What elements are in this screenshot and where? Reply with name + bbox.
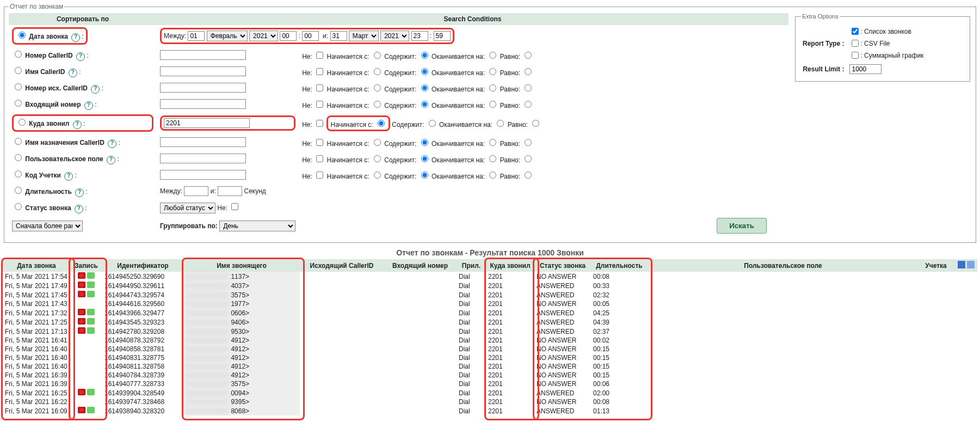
help-icon[interactable]: ? xyxy=(71,33,80,42)
input-outCallerId[interactable] xyxy=(160,83,246,93)
ne-outCallerId[interactable] xyxy=(316,84,323,91)
chk-summary[interactable] xyxy=(852,52,859,59)
input-dst[interactable] xyxy=(164,118,250,128)
to-month[interactable]: Март xyxy=(349,30,379,41)
chk-csv[interactable] xyxy=(852,40,859,47)
ends-acct[interactable] xyxy=(489,172,496,179)
ne-acct[interactable] xyxy=(316,172,323,179)
starts-inNum[interactable] xyxy=(374,101,381,108)
th-callername[interactable]: Имя звонящего xyxy=(183,259,300,272)
order-select[interactable]: Сначала более ранние xyxy=(12,221,83,231)
starts-dstName[interactable] xyxy=(374,139,381,146)
contains-outCallerId[interactable] xyxy=(421,84,428,91)
th-date[interactable]: Дата звонка xyxy=(3,259,70,272)
download-icon[interactable] xyxy=(87,318,95,325)
input-callerIdName[interactable] xyxy=(160,66,246,76)
help-icon[interactable]: ? xyxy=(75,205,83,213)
radio-callerIdName[interactable] xyxy=(15,67,22,74)
dur-from[interactable] xyxy=(184,186,208,196)
from-day[interactable] xyxy=(188,31,205,41)
refresh-icon[interactable] xyxy=(958,261,965,268)
equals-callerIdName[interactable] xyxy=(525,68,532,75)
chk-callslist[interactable] xyxy=(852,28,859,35)
radio-dst[interactable] xyxy=(19,119,26,126)
download-icon[interactable] xyxy=(87,327,95,334)
ends-callerIdName[interactable] xyxy=(489,68,496,75)
th-id[interactable]: Идентификатор xyxy=(102,259,183,272)
input-acct[interactable] xyxy=(160,170,246,180)
starts-acct[interactable] xyxy=(374,172,381,179)
input-userField[interactable] xyxy=(160,154,246,163)
help-icon[interactable]: ? xyxy=(84,101,93,110)
to-year[interactable]: 2021 xyxy=(380,30,409,41)
contains-dstName[interactable] xyxy=(421,139,428,146)
ne-userField[interactable] xyxy=(316,155,323,162)
search-button[interactable]: Искать xyxy=(717,218,767,234)
ne-dstName[interactable] xyxy=(316,139,323,146)
play-icon[interactable] xyxy=(78,309,85,315)
download-icon[interactable] xyxy=(87,272,95,279)
ne-dst[interactable] xyxy=(316,120,323,127)
ne-inNum[interactable] xyxy=(316,101,323,108)
radio-date[interactable] xyxy=(19,32,26,39)
th-status[interactable]: Статус звонка xyxy=(534,259,591,272)
contains-acct[interactable] xyxy=(421,172,428,179)
radio-inNum[interactable] xyxy=(15,100,22,107)
play-icon[interactable] xyxy=(78,327,85,334)
to-hour[interactable] xyxy=(411,31,428,41)
help-icon[interactable]: ? xyxy=(73,120,82,129)
th-rec[interactable]: Запись xyxy=(70,259,102,272)
help-icon[interactable]: ? xyxy=(75,188,84,197)
th-userfield[interactable]: Пользовательское поле xyxy=(648,259,919,272)
play-icon[interactable] xyxy=(78,282,85,288)
status-ne[interactable] xyxy=(231,203,238,210)
starts-callerIdNum[interactable] xyxy=(374,52,381,59)
to-day[interactable] xyxy=(330,31,347,41)
equals-acct[interactable] xyxy=(525,172,532,179)
download-icon[interactable] xyxy=(87,291,95,297)
radio-userField[interactable] xyxy=(15,154,22,161)
download-icon[interactable] xyxy=(87,389,95,395)
play-icon[interactable] xyxy=(78,291,85,297)
result-limit-input[interactable] xyxy=(849,64,882,74)
dur-to[interactable] xyxy=(218,186,242,196)
th-innum[interactable]: Входящий номер xyxy=(384,259,457,272)
starts-callerIdName[interactable] xyxy=(374,68,381,75)
equals-callerIdNum[interactable] xyxy=(525,52,532,59)
th-app[interactable]: Прил. xyxy=(457,259,486,272)
equals-outCallerId[interactable] xyxy=(525,84,532,91)
radio-acct[interactable] xyxy=(15,170,22,178)
equals-dst[interactable] xyxy=(532,120,539,127)
contains-userField[interactable] xyxy=(421,155,428,162)
contains-callerIdName[interactable] xyxy=(421,68,428,75)
export-icon[interactable] xyxy=(967,261,975,268)
th-dur[interactable]: Длительность xyxy=(591,259,648,272)
radio-duration[interactable] xyxy=(15,187,22,194)
from-month[interactable]: Февраль xyxy=(207,30,248,41)
to-min[interactable] xyxy=(434,31,451,41)
th-acct[interactable]: Учетка xyxy=(919,259,953,272)
radio-dstName[interactable] xyxy=(15,138,22,145)
play-icon[interactable] xyxy=(78,389,85,395)
download-icon[interactable] xyxy=(87,282,95,288)
ends-callerIdNum[interactable] xyxy=(489,52,496,59)
groupby-select[interactable]: День xyxy=(219,221,295,231)
ends-dstName[interactable] xyxy=(489,139,496,146)
status-select[interactable]: Любой статус xyxy=(160,203,215,213)
ends-userField[interactable] xyxy=(489,155,496,162)
help-icon[interactable]: ? xyxy=(91,85,100,94)
download-icon[interactable] xyxy=(87,309,95,315)
input-dstName[interactable] xyxy=(160,137,246,147)
contains-callerIdNum[interactable] xyxy=(421,52,428,59)
help-icon[interactable]: ? xyxy=(69,69,77,77)
th-outcid[interactable]: Исходящий CallerID xyxy=(300,259,384,272)
radio-outCallerId[interactable] xyxy=(15,83,22,90)
from-year[interactable]: 2021 xyxy=(249,30,278,41)
ends-outCallerId[interactable] xyxy=(489,84,496,91)
input-callerIdNum[interactable] xyxy=(160,50,246,60)
ne-callerIdNum[interactable] xyxy=(316,52,323,59)
starts-dst[interactable] xyxy=(378,120,385,127)
radio-callerIdNum[interactable] xyxy=(15,51,22,58)
starts-userField[interactable] xyxy=(374,155,381,162)
equals-inNum[interactable] xyxy=(525,101,532,108)
